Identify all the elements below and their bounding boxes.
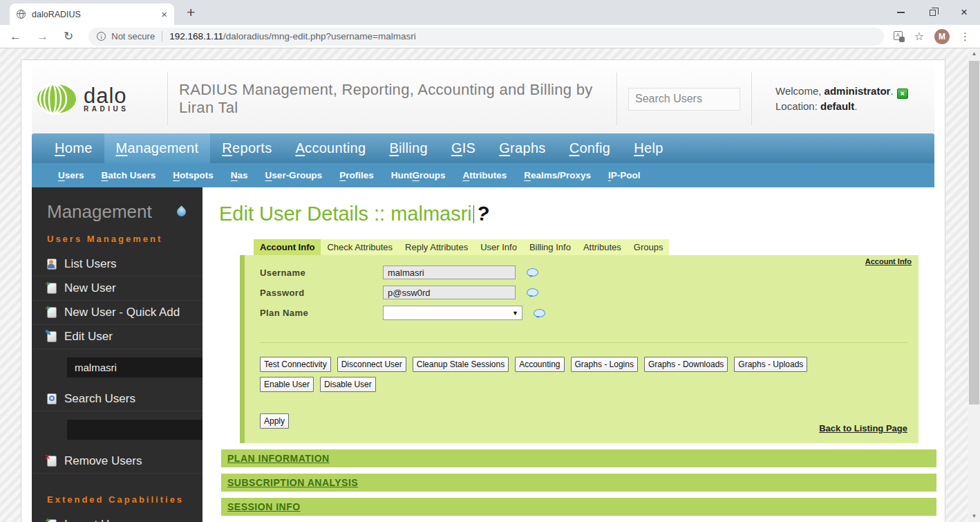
close-icon — [961, 6, 968, 19]
browser-avatar[interactable]: M — [934, 29, 950, 44]
plan-name-select[interactable] — [383, 306, 522, 320]
back-to-listing-link[interactable]: Back to Listing Page — [819, 423, 907, 434]
back-icon[interactable] — [10, 30, 21, 44]
subnav-huntgroups[interactable]: HuntGroups — [391, 170, 446, 180]
subnav-user-groups[interactable]: User-Groups — [265, 170, 323, 180]
nav-management[interactable]: Management — [104, 133, 211, 163]
sidebar-item-remove-users[interactable]: Remove Users — [32, 449, 202, 474]
bookmark-star-icon[interactable] — [914, 30, 924, 43]
sidebar-item-new-user[interactable]: New User — [32, 277, 202, 301]
help-icon[interactable]: ? — [475, 202, 491, 227]
scrollbar-thumb[interactable] — [969, 61, 979, 404]
nav-gis[interactable]: GIS — [440, 133, 487, 163]
username-field[interactable] — [383, 265, 516, 279]
detail-tabs: Account Info Check Attributes Reply Attr… — [254, 239, 669, 255]
cleanup-stale-sessions-button[interactable]: Cleanup Stale Sessions — [413, 357, 509, 372]
apply-button[interactable]: Apply — [260, 413, 289, 429]
tab-attributes[interactable]: Attributes — [577, 239, 628, 255]
tab-user-info[interactable]: User Info — [474, 239, 523, 255]
url-bar[interactable]: Not secure 192.168.1.11/daloradius/mng-e… — [88, 28, 883, 46]
welcome-prefix: Welcome, — [775, 85, 824, 97]
tab-groups[interactable]: Groups — [628, 239, 670, 255]
sidebar-search-input[interactable] — [67, 420, 202, 440]
graphs-logins-button[interactable]: Graphs - Logins — [571, 357, 638, 372]
page-info-icon[interactable] — [97, 32, 106, 41]
window-close-button[interactable] — [948, 0, 980, 25]
new-tab-button[interactable] — [187, 4, 195, 21]
subnav-realms-proxys[interactable]: Realms/Proxys — [524, 170, 591, 180]
droplet-icon — [175, 205, 187, 218]
window-minimize-button[interactable] — [885, 0, 916, 25]
subnav-batch-users[interactable]: Batch Users — [102, 170, 156, 180]
new-user-icon — [47, 283, 57, 294]
nav-accounting[interactable]: Accounting — [283, 133, 377, 163]
sidebar-item-import-users[interactable]: Import Users — [32, 513, 202, 522]
disable-user-button[interactable]: Disable User — [320, 377, 376, 392]
nav-config[interactable]: Config — [558, 133, 623, 163]
nav-reports[interactable]: Reports — [210, 133, 283, 163]
sidebar-item-edit-user[interactable]: Edit User — [32, 325, 202, 349]
disconnect-user-button[interactable]: Disconnect User — [337, 357, 406, 372]
tab-billing-info[interactable]: Billing Info — [523, 239, 577, 255]
header-divider — [167, 73, 168, 125]
tab-close-icon[interactable] — [161, 9, 167, 19]
panel-divider — [260, 342, 907, 343]
window-restore-button[interactable] — [916, 0, 948, 25]
password-tooltip-icon[interactable] — [527, 288, 538, 297]
search-users-input[interactable] — [628, 88, 740, 111]
nav-billing[interactable]: Billing — [377, 133, 439, 163]
sidebar-section-extended-capabilities: Extended Capabilities — [32, 492, 202, 513]
subnav-profiles[interactable]: Profiles — [339, 170, 374, 180]
vertical-scrollbar[interactable] — [968, 48, 980, 522]
graphs-downloads-button[interactable]: Graphs - Downloads — [644, 357, 728, 372]
logout-icon[interactable] — [897, 88, 908, 99]
password-field[interactable] — [383, 286, 516, 299]
sidebar-item-list-users[interactable]: List Users — [32, 252, 202, 277]
scroll-down-icon[interactable] — [968, 511, 980, 522]
graphs-uploads-button[interactable]: Graphs - Uploads — [734, 357, 807, 372]
scroll-up-icon[interactable] — [968, 48, 980, 59]
url-separator — [162, 31, 162, 41]
sidebar: Management Users Management List Users N… — [32, 187, 202, 522]
section-session-info[interactable]: SESSION INFO — [221, 498, 936, 516]
subnav-nas[interactable]: Nas — [231, 170, 248, 180]
subnav-attributes[interactable]: Attributes — [462, 170, 507, 180]
reload-icon[interactable] — [64, 29, 73, 44]
tab-reply-attributes[interactable]: Reply Attributes — [399, 239, 474, 255]
nav-help[interactable]: Help — [622, 133, 675, 163]
username-tooltip-icon[interactable] — [527, 268, 538, 277]
page-url: 192.168.1.11/daloradius/mng-edit.php?use… — [169, 31, 416, 41]
plan-name-tooltip-icon[interactable] — [534, 309, 545, 317]
edit-user-input[interactable] — [67, 357, 202, 377]
tab-check-attributes[interactable]: Check Attributes — [321, 239, 399, 255]
edit-user-icon — [47, 331, 57, 342]
browser-tab[interactable]: daloRADIUS — [10, 3, 174, 25]
nav-home[interactable]: Home — [43, 133, 104, 163]
forward-icon[interactable] — [37, 30, 48, 44]
section-subscription-analysis[interactable]: SUBSCRIPTION ANALYSIS — [221, 474, 936, 492]
action-buttons-row1: Test Connectivity Disconnect User Cleanu… — [260, 357, 907, 377]
enable-user-button[interactable]: Enable User — [260, 377, 314, 392]
accounting-button[interactable]: Accounting — [515, 357, 564, 372]
sub-nav: Users Batch Users Hotspots Nas User-Grou… — [32, 163, 934, 187]
subnav-hotspots[interactable]: Hotspots — [173, 170, 214, 180]
subnav-users[interactable]: Users — [58, 170, 84, 180]
plan-name-row: Plan Name — [260, 306, 907, 320]
minimize-icon — [897, 12, 905, 13]
tab-account-info[interactable]: Account Info — [254, 239, 321, 255]
sidebar-item-new-user-quick-add[interactable]: New User - Quick Add — [32, 301, 202, 325]
subnav-ip-pool[interactable]: IP-Pool — [608, 170, 641, 180]
nav-graphs[interactable]: Graphs — [487, 133, 557, 163]
security-label: Not secure — [111, 31, 155, 41]
logo-globe-icon — [36, 83, 80, 115]
sidebar-item-search-users[interactable]: Search Users — [32, 387, 202, 411]
apply-row: Apply Back to Listing Page — [260, 413, 907, 434]
section-plan-information[interactable]: PLAN INFORMATION — [221, 449, 936, 467]
translate-icon[interactable] — [894, 31, 904, 41]
browser-menu-icon[interactable] — [960, 30, 970, 43]
page-title: Edit User Details :: malmasri ? — [219, 203, 936, 225]
app-title: RADIUS Management, Reporting, Accounting… — [179, 81, 605, 117]
test-connectivity-button[interactable]: Test Connectivity — [260, 357, 331, 372]
account-info-panel: Account Info Username Password Plan Name — [240, 255, 918, 443]
account-info-link[interactable]: Account Info — [865, 257, 912, 265]
